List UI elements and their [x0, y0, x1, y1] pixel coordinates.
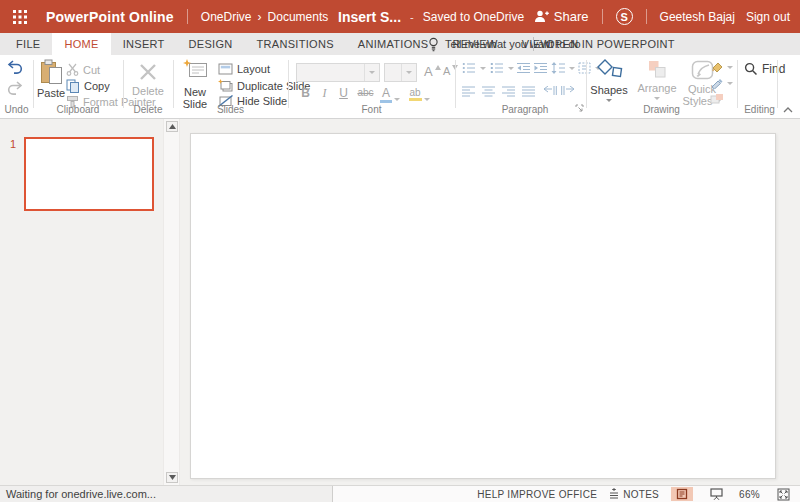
slideshow-view-button[interactable] — [705, 487, 727, 501]
share-button[interactable]: Share — [534, 9, 589, 24]
tab-design[interactable]: DESIGN — [177, 33, 245, 55]
group-divider — [33, 60, 34, 108]
align-center-button[interactable] — [482, 86, 495, 97]
group-label-undo: Undo — [0, 104, 33, 115]
zoom-level[interactable]: 66% — [739, 489, 760, 500]
bullets-button[interactable] — [462, 62, 486, 74]
copy-button[interactable]: Copy — [66, 79, 110, 93]
increase-indent-button[interactable] — [534, 62, 547, 74]
align-right-icon — [502, 86, 515, 97]
find-magnifier-icon — [744, 62, 758, 76]
align-right-button[interactable] — [502, 86, 515, 97]
grow-font-button[interactable]: A — [424, 64, 441, 79]
shapes-label: Shapes — [590, 84, 627, 96]
slide-editing-canvas[interactable] — [190, 133, 776, 479]
new-slide-button[interactable]: New Slide — [177, 59, 213, 110]
shape-fill-button[interactable] — [710, 61, 733, 73]
find-button[interactable]: Find — [744, 62, 785, 76]
font-color-button[interactable]: A — [378, 86, 394, 103]
user-name[interactable]: Geetesh Bajaj — [660, 10, 735, 24]
arrange-icon — [646, 59, 669, 80]
group-label-editing: Editing — [737, 104, 782, 115]
fit-slide-to-window-button[interactable] — [772, 487, 794, 501]
highlight-dropdown-icon[interactable] — [424, 86, 430, 103]
paragraph-dialog-launcher[interactable] — [575, 103, 584, 115]
tab-file[interactable]: FILE — [4, 33, 52, 55]
align-left-button[interactable] — [462, 86, 475, 97]
tab-animations[interactable]: ANIMATIONS — [346, 33, 441, 55]
delete-button[interactable]: Delete — [127, 61, 169, 97]
group-label-clipboard: Clipboard — [33, 104, 123, 115]
strikethrough-glyph: abc — [357, 87, 373, 98]
justify-button[interactable] — [522, 86, 535, 97]
font-size-combo[interactable] — [384, 63, 417, 82]
scroll-up-button[interactable] — [166, 121, 178, 132]
cut-button[interactable]: Cut — [66, 63, 100, 76]
tab-home[interactable]: HOME — [52, 33, 110, 55]
bold-button[interactable]: B — [296, 86, 315, 100]
font-name-dropdown-icon[interactable] — [364, 64, 379, 81]
undo-button[interactable] — [7, 60, 23, 74]
shapes-dropdown-icon — [606, 99, 612, 102]
layout-label: Layout — [237, 63, 270, 75]
highlight-glyph: ab — [409, 87, 420, 98]
italic-glyph: I — [323, 86, 327, 100]
left-to-right-icon — [561, 86, 575, 97]
ribbon-tab-bar: FILE HOME INSERT DESIGN TRANSITIONS ANIM… — [0, 33, 800, 55]
scroll-up-arrow-icon — [169, 124, 176, 129]
tab-transitions[interactable]: TRANSITIONS — [245, 33, 346, 55]
shape-fill-icon — [710, 61, 723, 73]
group-label-drawing: Drawing — [586, 104, 737, 115]
group-divider — [173, 60, 174, 108]
help-improve-office-link[interactable]: HELP IMPROVE OFFICE — [477, 489, 597, 500]
breadcrumb-separator: › — [258, 10, 262, 24]
redo-button[interactable] — [7, 81, 23, 95]
shape-outline-icon — [710, 77, 723, 89]
align-center-icon — [482, 86, 495, 97]
paste-clipboard-icon — [39, 59, 63, 85]
arrange-dropdown-icon — [654, 97, 660, 100]
slide-thumbnail-1[interactable] — [24, 137, 154, 211]
justify-icon — [522, 86, 535, 97]
open-in-powerpoint-button[interactable]: OPEN IN POWERPOINT — [546, 33, 675, 55]
increase-indent-icon — [534, 62, 547, 74]
left-to-right-button[interactable] — [561, 86, 575, 97]
underline-button[interactable]: U — [334, 86, 353, 100]
scroll-down-button[interactable] — [166, 472, 178, 483]
tab-insert[interactable]: INSERT — [111, 33, 177, 55]
skype-icon[interactable]: S — [616, 8, 633, 25]
highlight-button[interactable]: ab — [406, 86, 424, 101]
layout-button[interactable]: Layout — [218, 63, 270, 75]
right-to-left-button[interactable] — [543, 86, 557, 97]
notes-icon — [609, 488, 619, 500]
app-launcher-icon[interactable] — [0, 0, 40, 33]
notes-label: NOTES — [623, 489, 659, 500]
collapse-ribbon-button[interactable] — [783, 103, 793, 115]
panel-scrollbar[interactable] — [163, 119, 180, 485]
share-person-icon — [534, 10, 549, 23]
shape-outline-button[interactable] — [710, 77, 733, 89]
font-color-dropdown-icon[interactable] — [394, 86, 400, 103]
strikethrough-button[interactable]: abc — [353, 86, 378, 98]
shrink-font-button[interactable]: A — [443, 65, 458, 77]
line-spacing-button[interactable] — [551, 62, 575, 74]
breadcrumb[interactable]: OneDrive › Documents — [201, 10, 328, 24]
notes-button[interactable]: NOTES — [609, 488, 659, 500]
font-color-bar — [380, 100, 392, 103]
font-size-dropdown-icon[interactable] — [401, 64, 416, 81]
font-name-combo[interactable] — [296, 63, 380, 82]
document-title[interactable]: Insert S... — [338, 9, 401, 25]
editing-view-button[interactable] — [671, 487, 693, 501]
shapes-button[interactable]: Shapes — [588, 59, 630, 102]
sign-out-link[interactable]: Sign out — [746, 10, 790, 24]
breadcrumb-root[interactable]: OneDrive — [201, 10, 252, 24]
duplicate-slide-icon — [218, 79, 233, 92]
copy-icon — [66, 79, 80, 93]
breadcrumb-current[interactable]: Documents — [268, 10, 329, 24]
browser-status-tooltip: Waiting for onedrive.live.com... — [0, 486, 333, 502]
arrange-button[interactable]: Arrange — [634, 59, 680, 100]
italic-button[interactable]: I — [315, 86, 334, 101]
numbering-button[interactable] — [490, 62, 514, 74]
paste-button[interactable]: Paste — [36, 59, 66, 99]
decrease-indent-button[interactable] — [517, 62, 530, 74]
